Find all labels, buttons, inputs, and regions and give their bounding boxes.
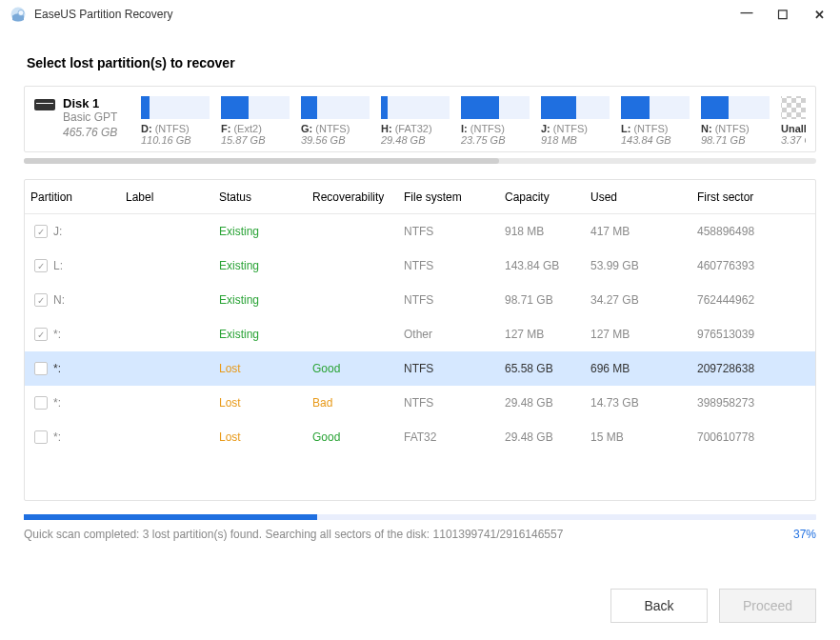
col-first-sector[interactable]: First sector xyxy=(691,190,802,204)
back-button[interactable]: Back xyxy=(610,589,708,623)
disk-name: Disk 1 xyxy=(63,96,117,110)
row-checkbox[interactable] xyxy=(34,396,48,410)
partition-size: 23.75 GB xyxy=(461,134,530,146)
cell-status: Existing xyxy=(213,293,307,307)
disk-size: 465.76 GB xyxy=(63,126,117,141)
progress-bar xyxy=(24,514,816,520)
cell-status: Existing xyxy=(213,259,307,272)
partition-card[interactable]: D: (NTFS)110.16 GB xyxy=(141,96,210,146)
row-checkbox[interactable] xyxy=(34,328,48,341)
partition-size: 15.87 GB xyxy=(221,134,290,146)
col-partition[interactable]: Partition xyxy=(25,190,120,204)
disk-type: Basic GPT xyxy=(63,110,117,126)
cell-recoverability: Good xyxy=(307,362,398,375)
cell-filesystem: NTFS xyxy=(398,396,499,410)
cell-filesystem: NTFS xyxy=(398,225,499,238)
maximize-button[interactable]: ☐ xyxy=(775,8,790,22)
col-filesystem[interactable]: File system xyxy=(398,190,499,204)
partition-size: 143.84 GB xyxy=(621,134,690,146)
cell-filesystem: NTFS xyxy=(398,259,499,272)
partition-usage-bar xyxy=(461,96,530,119)
col-capacity[interactable]: Capacity xyxy=(499,190,585,204)
table-row[interactable]: *:ExistingOther127 MB127 MB976513039 xyxy=(25,317,815,351)
minimize-button[interactable]: — xyxy=(739,5,754,19)
partition-usage-bar xyxy=(141,96,210,119)
progress-percent: 37% xyxy=(793,528,816,541)
disk-info: Disk 1 Basic GPT 465.76 GB xyxy=(34,96,126,140)
proceed-button[interactable]: Proceed xyxy=(719,589,816,623)
row-checkbox[interactable] xyxy=(34,293,48,307)
col-label[interactable]: Label xyxy=(120,190,213,204)
partition-strip-scrollbar[interactable] xyxy=(24,158,816,164)
close-button[interactable]: ✕ xyxy=(811,8,827,22)
partition-label: Unallo... xyxy=(781,123,806,134)
partition-size: 29.48 GB xyxy=(381,134,450,146)
row-checkbox[interactable] xyxy=(34,362,48,375)
table-row[interactable]: N:ExistingNTFS98.71 GB34.27 GB762444962 xyxy=(25,283,815,317)
partition-card[interactable]: I: (NTFS)23.75 GB xyxy=(461,96,530,146)
partition-letter: N: xyxy=(53,293,65,307)
partition-table: Partition Label Status Recoverability Fi… xyxy=(24,179,816,501)
cell-first-sector: 700610778 xyxy=(691,430,802,444)
cell-capacity: 127 MB xyxy=(499,328,585,341)
partition-usage-bar xyxy=(381,96,450,119)
partition-label: D: (NTFS) xyxy=(141,123,210,134)
cell-recoverability: Good xyxy=(307,430,398,444)
partition-card[interactable]: H: (FAT32)29.48 GB xyxy=(381,96,450,146)
partition-card[interactable]: J: (NTFS)918 MB xyxy=(541,96,610,146)
partition-letter: J: xyxy=(53,225,62,238)
partition-size: 3.37 GB xyxy=(781,134,806,146)
cell-status: Lost xyxy=(213,396,307,410)
cell-capacity: 65.58 GB xyxy=(499,362,585,375)
partition-usage-bar xyxy=(621,96,690,119)
cell-first-sector: 398958273 xyxy=(691,396,802,410)
table-row[interactable]: *:LostGoodNTFS65.58 GB696 MB209728638 xyxy=(25,351,815,386)
table-row[interactable]: L:ExistingNTFS143.84 GB53.99 GB460776393 xyxy=(25,249,815,283)
row-checkbox[interactable] xyxy=(34,259,48,272)
table-row[interactable]: *:LostGoodFAT3229.48 GB15 MB700610778 xyxy=(25,420,815,454)
partition-size: 39.56 GB xyxy=(301,134,370,146)
title-bar: EaseUS Partition Recovery — ☐ ✕ xyxy=(0,0,840,29)
row-checkbox[interactable] xyxy=(34,430,48,444)
cell-first-sector: 458896498 xyxy=(691,225,802,238)
cell-capacity: 143.84 GB xyxy=(499,259,585,272)
partition-label: H: (FAT32) xyxy=(381,123,450,134)
cell-status: Existing xyxy=(213,225,307,238)
partition-card[interactable]: L: (NTFS)143.84 GB xyxy=(621,96,690,146)
partition-letter: *: xyxy=(53,362,61,375)
partition-size: 918 MB xyxy=(541,134,610,146)
window-title: EaseUS Partition Recovery xyxy=(34,8,739,21)
partition-card[interactable]: Unallo... 3.37 GB xyxy=(781,96,806,146)
disk-icon xyxy=(34,99,55,110)
cell-used: 14.73 GB xyxy=(585,396,691,410)
partition-usage-bar xyxy=(541,96,610,119)
cell-recoverability: Bad xyxy=(307,396,398,410)
table-header: Partition Label Status Recoverability Fi… xyxy=(25,180,815,214)
col-used[interactable]: Used xyxy=(585,190,691,204)
cell-capacity: 918 MB xyxy=(499,225,585,238)
partition-letter: L: xyxy=(53,259,63,272)
cell-used: 417 MB xyxy=(585,225,691,238)
partition-card[interactable]: F: (Ext2)15.87 GB xyxy=(221,96,290,146)
col-status[interactable]: Status xyxy=(213,190,307,204)
cell-filesystem: FAT32 xyxy=(398,430,499,444)
cell-used: 696 MB xyxy=(585,362,691,375)
cell-used: 127 MB xyxy=(585,328,691,341)
cell-filesystem: NTFS xyxy=(398,362,499,375)
partition-label: I: (NTFS) xyxy=(461,123,530,134)
partition-size: 98.71 GB xyxy=(701,134,770,146)
partition-card[interactable]: N: (NTFS)98.71 GB xyxy=(701,96,770,146)
cell-used: 34.27 GB xyxy=(585,293,691,307)
disk-overview-panel: Disk 1 Basic GPT 465.76 GB D: (NTFS)110.… xyxy=(24,86,816,152)
row-checkbox[interactable] xyxy=(34,225,48,238)
cell-first-sector: 762444962 xyxy=(691,293,802,307)
cell-first-sector: 976513039 xyxy=(691,328,802,341)
col-recoverability[interactable]: Recoverability xyxy=(307,190,398,204)
cell-status: Lost xyxy=(213,430,307,444)
partition-size: 110.16 GB xyxy=(141,134,210,146)
partition-label: L: (NTFS) xyxy=(621,123,690,134)
page-title: Select lost partition(s) to recover xyxy=(27,55,813,70)
table-row[interactable]: J:ExistingNTFS918 MB417 MB458896498 xyxy=(25,214,815,249)
partition-card[interactable]: G: (NTFS)39.56 GB xyxy=(301,96,370,146)
table-row[interactable]: *:LostBadNTFS29.48 GB14.73 GB398958273 xyxy=(25,386,815,420)
